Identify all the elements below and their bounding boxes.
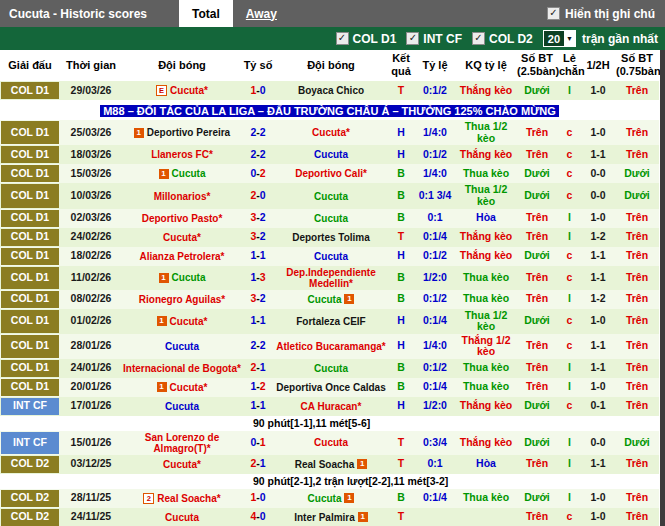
away-team[interactable]: Fortaleza CEIF (274, 315, 388, 328)
away-team-name[interactable]: Fortaleza CEIF (296, 316, 365, 327)
away-team-name[interactable]: Deportivo Cali* (295, 168, 367, 179)
home-team[interactable]: 1Cucuta (122, 167, 242, 180)
away-team[interactable]: Boyaca Chico (274, 84, 388, 97)
away-team-name[interactable]: CA Huracan* (301, 401, 362, 412)
away-team[interactable]: Real Soacha1 (274, 458, 388, 471)
home-team[interactable]: 1Deportivo Pereira (122, 126, 242, 139)
away-team[interactable]: Cucuta (274, 190, 388, 203)
away-team[interactable]: Cucuta1 (274, 492, 388, 505)
home-team[interactable]: ECucuta* (122, 84, 242, 97)
home-team[interactable]: Llaneros FC* (122, 148, 242, 161)
home-team[interactable]: Cucuta (122, 400, 242, 413)
home-team-name[interactable]: Cucuta (165, 512, 199, 523)
home-team-name[interactable]: Real Soacha* (157, 493, 220, 504)
checkbox-checked-icon[interactable]: ✓ (472, 32, 485, 45)
home-team-name[interactable]: Cucuta (165, 401, 199, 412)
away-team[interactable]: Inter Palmira1 (274, 511, 388, 524)
tab-total[interactable]: Total (179, 0, 233, 27)
away-team-name[interactable]: Dep.Independiente Medellin* (275, 267, 387, 289)
home-team[interactable]: Cucuta (122, 340, 242, 353)
away-team[interactable]: Cucuta1 (274, 293, 388, 306)
checkbox-checked-icon[interactable]: ✓ (406, 32, 419, 45)
over-under-2-5: Trên (516, 361, 558, 375)
home-team[interactable]: Internacional de Bogota* (122, 362, 242, 375)
filter-int-cf[interactable]: ✓ INT CF (406, 32, 462, 46)
away-team-name[interactable]: Deportiva Once Caldas (276, 382, 385, 393)
scrollbar[interactable] (660, 50, 665, 526)
away-team-name[interactable]: Cucuta (314, 437, 348, 448)
away-team-name[interactable]: Boyaca Chico (298, 85, 364, 96)
away-goals: 2 (260, 126, 266, 138)
home-team-name[interactable]: Internacional de Bogota* (123, 363, 241, 374)
home-team[interactable]: San Lorenzo de Almagro(T)* (122, 431, 242, 455)
away-team[interactable]: Cucuta* (274, 126, 388, 139)
filter-col-d2[interactable]: ✓ COL D2 (472, 32, 533, 46)
away-team[interactable]: Deportes Tolima (274, 231, 388, 244)
match-row: INT CF17/01/26Cucuta1-1CA Huracan*H1/2:0… (0, 397, 659, 416)
away-team[interactable]: Dep.Independiente Medellin* (274, 266, 388, 290)
filter-col-d1[interactable]: ✓ COL D1 (336, 32, 397, 46)
home-team-name[interactable]: Alianza Petrolera* (139, 251, 224, 262)
header-over-under-2-5: Số BT (2.5bàn) (516, 52, 558, 78)
tab-away[interactable]: Away (233, 0, 290, 27)
ad-banner-link[interactable]: M88 – ĐỐI TÁC CỦA LA LIGA – ĐẤU TRƯỜNG C… (100, 105, 559, 117)
away-team-name[interactable]: Cucuta* (312, 127, 350, 138)
home-team-name[interactable]: Deportivo Pereira (147, 127, 230, 138)
recent-matches-select[interactable]: 20 ▼ (543, 30, 576, 47)
home-team[interactable]: 2Real Soacha* (122, 492, 242, 505)
away-team[interactable]: Atletico Bucaramanga* (274, 340, 388, 353)
home-team[interactable]: Millonarios* (122, 190, 242, 203)
away-team-name[interactable]: Cucuta (314, 251, 348, 262)
away-team[interactable]: Cucuta (274, 148, 388, 161)
home-team[interactable]: Cucuta* (122, 231, 242, 244)
away-team-name[interactable]: Cucuta (308, 493, 342, 504)
away-team-name[interactable]: Deportes Tolima (292, 232, 370, 243)
odds: 0:1/4 (414, 230, 456, 244)
home-team[interactable]: Deportivo Pasto* (122, 212, 242, 225)
note-icon: 1 (358, 512, 368, 522)
away-team-name[interactable]: Inter Palmira (294, 512, 355, 523)
home-team-name[interactable]: Deportivo Pasto* (142, 213, 223, 224)
home-team-name[interactable]: Cucuta (172, 168, 206, 179)
home-team-name[interactable]: Cucuta* (170, 85, 208, 96)
home-team-name[interactable]: Llaneros FC* (151, 149, 213, 160)
away-team[interactable]: CA Huracan* (274, 400, 388, 413)
home-team[interactable]: Cucuta* (122, 458, 242, 471)
away-team[interactable]: Cucuta (274, 362, 388, 375)
home-team-name[interactable]: San Lorenzo de Almagro(T)* (123, 432, 241, 454)
away-team[interactable]: Cucuta (274, 250, 388, 263)
away-team-name[interactable]: Real Soacha (295, 459, 354, 470)
home-team-name[interactable]: Cucuta* (163, 232, 201, 243)
away-team[interactable]: Deportivo Cali* (274, 167, 388, 180)
odds-result (456, 516, 516, 518)
away-team[interactable]: Cucuta (274, 212, 388, 225)
away-team-name[interactable]: Cucuta (314, 149, 348, 160)
away-team-name[interactable]: Atletico Bucaramanga* (276, 341, 385, 352)
home-team-name[interactable]: Cucuta (165, 341, 199, 352)
home-team[interactable]: 1Cucuta* (122, 315, 242, 328)
home-team-name[interactable]: Rionegro Aguilas* (139, 294, 225, 305)
checkbox-checked-icon[interactable]: ✓ (336, 32, 349, 45)
home-team-name[interactable]: Cucuta* (163, 459, 201, 470)
home-team[interactable]: 1Cucuta* (122, 381, 242, 394)
away-team-name[interactable]: Cucuta (314, 363, 348, 374)
home-team-name[interactable]: Cucuta* (170, 382, 208, 393)
home-team-name[interactable]: Millonarios* (154, 191, 211, 202)
home-team[interactable]: 1Cucuta (122, 271, 242, 284)
home-team-name[interactable]: Cucuta* (170, 316, 208, 327)
league-badge: COL D1 (1, 360, 59, 377)
home-team[interactable]: Rionegro Aguilas* (122, 293, 242, 306)
away-team[interactable]: Cucuta (274, 436, 388, 449)
table-header-row: Giải đấu Thời gian Đội bóng Tỷ số Đội bó… (0, 50, 659, 81)
away-team-name[interactable]: Cucuta (314, 191, 348, 202)
show-notes-toggle[interactable]: ✓ Hiển thị ghi chú (547, 0, 665, 27)
away-team[interactable]: Deportiva Once Caldas (274, 381, 388, 394)
home-team-name[interactable]: Cucuta (172, 272, 206, 283)
league-cell: INT CF (0, 397, 60, 416)
away-team-name[interactable]: Cucuta (314, 213, 348, 224)
checkbox-checked-icon[interactable]: ✓ (547, 7, 560, 20)
home-team[interactable]: Alianza Petrolera* (122, 250, 242, 263)
over-under-0-75: Trên (615, 399, 659, 413)
away-team-name[interactable]: Cucuta (308, 294, 342, 305)
home-team[interactable]: Cucuta (122, 511, 242, 524)
